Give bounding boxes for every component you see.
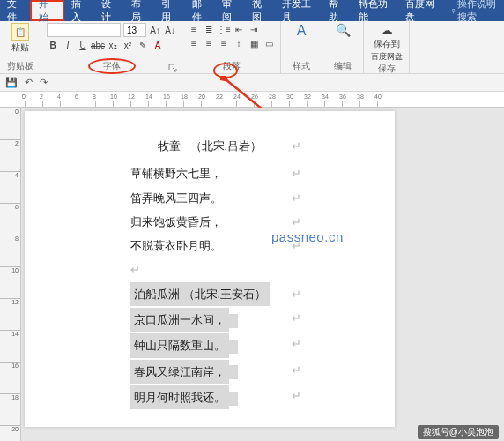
document-area: 02468101214161820 牧童 （北宋.吕岩）↵ 草铺横野六七里，↵ …: [0, 108, 504, 441]
credit-badge: 搜狐号@小吴泡泡: [418, 425, 499, 439]
tab-insert[interactable]: 插入: [64, 0, 94, 21]
menu-bar: 文件 开始 插入 设计 布局 引用 邮件 审阅 视图 开发工具 帮助 特色功能 …: [0, 0, 504, 21]
group-styles-label: 样式: [286, 60, 316, 73]
poem1-title: 牧童 （北宋.吕岩）↵: [130, 134, 289, 158]
quick-access-toolbar: 💾 ↶ ↷: [0, 74, 504, 92]
align-center-icon[interactable]: ≡: [203, 37, 215, 49]
italic-button[interactable]: I: [62, 39, 74, 51]
poem2-line3: 春风又绿江南岸，↵: [130, 358, 289, 384]
borders-icon[interactable]: ▭: [263, 37, 275, 49]
group-paragraph: ≡ ≣ ⋮≡ ⇤ ⇥ ≡ ≡ ≡ ↕ ▦ ▭ 段落: [182, 21, 281, 73]
group-styles: A 样式: [281, 21, 322, 73]
strike-button[interactable]: abc: [92, 39, 104, 51]
tab-special[interactable]: 特色功能: [352, 0, 398, 21]
poem2-line2: 钟山只隔数重山。↵: [130, 332, 289, 357]
outdent-icon[interactable]: ⇤: [233, 23, 245, 35]
align-right-icon[interactable]: ≡: [218, 37, 230, 49]
poem2-line4: 明月何时照我还。↵: [130, 384, 289, 409]
cloud-save-icon: ☁: [381, 23, 393, 37]
group-clipboard-label: 剪贴板: [5, 60, 35, 73]
group-font: A↑ A↓ B I U abc x₂ x² ✎ A 字体: [41, 21, 182, 73]
increase-font-icon[interactable]: A↑: [149, 24, 161, 36]
poem1-line2: 笛弄晚风三四声。↵: [130, 186, 289, 210]
shading-icon[interactable]: ▦: [248, 37, 260, 49]
poem1-line3: 归来饱饭黄昏后，↵: [130, 210, 289, 234]
font-color-button[interactable]: A: [152, 39, 164, 51]
subscript-button[interactable]: x₂: [107, 39, 119, 51]
styles-button[interactable]: A: [286, 23, 316, 39]
save-netdisk-button[interactable]: ☁ 保存到 百度网盘: [369, 23, 404, 63]
multilevel-icon[interactable]: ⋮≡: [218, 23, 230, 35]
group-paragraph-label: 段落: [188, 60, 275, 73]
ribbon: 📋 粘贴 剪贴板 A↑ A↓ B I U abc x₂ x² ✎ A: [0, 21, 504, 74]
group-save: ☁ 保存到 百度网盘 保存: [364, 21, 410, 73]
highlight-button[interactable]: ✎: [137, 39, 149, 51]
poem1-line4: 不脱蓑衣卧月明。↵: [130, 234, 289, 258]
paste-label: 粘贴: [11, 41, 29, 54]
save-label-1: 保存到: [374, 38, 400, 50]
tab-references[interactable]: 引用: [154, 0, 184, 21]
group-editing-label: 编辑: [328, 60, 358, 73]
tab-mail[interactable]: 邮件: [185, 0, 215, 21]
save-label-2: 百度网盘: [371, 51, 403, 63]
group-font-label: 字体: [47, 60, 176, 73]
tab-layout[interactable]: 布局: [124, 0, 154, 21]
underline-button[interactable]: U: [77, 39, 89, 51]
group-save-label: 保存: [369, 63, 404, 76]
poem2-title: 泊船瓜洲 （北宋.王安石）↵: [130, 282, 289, 306]
bold-button[interactable]: B: [47, 39, 59, 51]
paste-icon: 📋: [11, 23, 29, 41]
document-page[interactable]: 牧童 （北宋.吕岩）↵ 草铺横野六七里，↵ 笛弄晚风三四声。↵ 归来饱饭黄昏后，…: [25, 111, 395, 427]
tab-file[interactable]: 文件: [0, 0, 30, 21]
watermark-text: passneo.cn: [271, 229, 344, 244]
indent-icon[interactable]: ⇥: [248, 23, 260, 35]
align-left-icon[interactable]: ≡: [188, 37, 200, 49]
line-spacing-icon[interactable]: ↕: [233, 37, 245, 49]
tab-netdisk[interactable]: 百度网盘: [398, 0, 445, 21]
undo-icon[interactable]: ↶: [25, 77, 33, 88]
find-button[interactable]: 🔍: [328, 23, 358, 37]
bullets-icon[interactable]: ≡: [188, 23, 200, 35]
horizontal-ruler[interactable]: 0246810121416182022242628303234363840: [0, 92, 504, 108]
styles-icon: A: [297, 23, 307, 39]
group-clipboard: 📋 粘贴 剪贴板: [0, 21, 41, 73]
numbering-icon[interactable]: ≣: [203, 23, 215, 35]
tab-design[interactable]: 设计: [94, 0, 124, 21]
save-icon[interactable]: 💾: [5, 77, 18, 88]
redo-icon[interactable]: ↷: [40, 77, 48, 88]
tell-me-search[interactable]: ♀ 操作说明搜索: [449, 0, 504, 21]
poem2-line1: 京口瓜洲一水间，↵: [130, 306, 289, 332]
tab-home[interactable]: 开始: [30, 0, 63, 21]
paste-button[interactable]: 📋 粘贴: [5, 23, 35, 54]
tab-help[interactable]: 帮助: [322, 0, 352, 21]
vertical-ruler[interactable]: 02468101214161820: [0, 108, 21, 441]
font-size-input[interactable]: [123, 23, 146, 37]
poem1-line1: 草铺横野六七里，↵: [130, 161, 289, 185]
font-name-input[interactable]: [47, 23, 121, 37]
superscript-button[interactable]: x²: [122, 39, 134, 51]
decrease-font-icon[interactable]: A↓: [164, 24, 176, 36]
empty-line: ↵: [130, 258, 289, 281]
lightbulb-icon: ♀: [449, 5, 456, 16]
group-editing: 🔍 编辑: [322, 21, 364, 73]
tab-devtools[interactable]: 开发工具: [275, 0, 322, 21]
font-launcher-icon[interactable]: [167, 63, 178, 73]
tab-view[interactable]: 视图: [245, 0, 275, 21]
tell-me-label: 操作说明搜索: [457, 0, 504, 24]
tab-review[interactable]: 审阅: [215, 0, 245, 21]
find-icon: 🔍: [336, 23, 351, 37]
